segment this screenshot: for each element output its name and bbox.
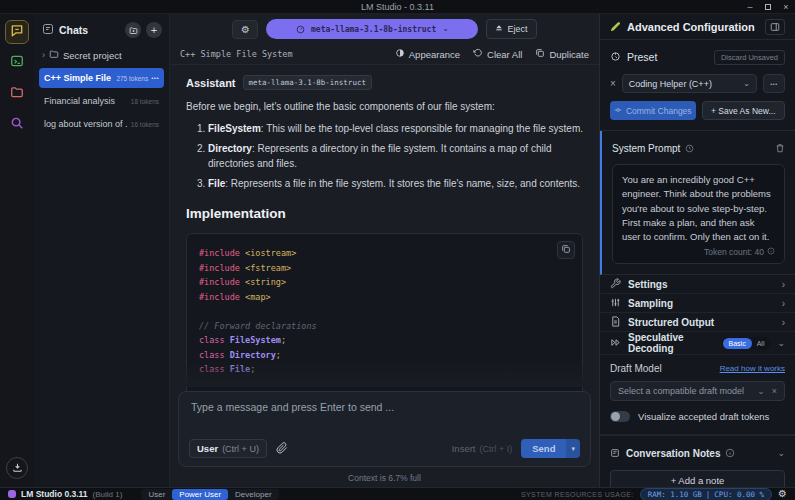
clear-all-label: Clear All xyxy=(487,49,522,60)
clear-preset-button[interactable]: × xyxy=(610,79,616,89)
message-composer[interactable]: User (Ctrl + U) Insert (Ctrl + I) Send ▾ xyxy=(178,391,591,467)
note-icon xyxy=(610,444,620,462)
section-structured-output[interactable]: Structured Output › xyxy=(600,313,795,332)
discard-unsaved-button[interactable]: Discard Unsaved xyxy=(714,50,785,65)
close-icon[interactable]: × xyxy=(781,2,791,12)
chat-bubble-icon xyxy=(10,23,24,41)
copy-code-button[interactable] xyxy=(557,241,575,259)
token-count-label: Token count: 40 xyxy=(704,247,764,257)
commit-changes-label: Commit Changes xyxy=(626,106,692,116)
clear-icon[interactable]: × xyxy=(772,386,777,396)
nav-my-models-button[interactable] xyxy=(5,82,29,106)
preset-menu-button[interactable]: ••• xyxy=(763,74,785,93)
chat-item[interactable]: Financial analysis 18 tokens xyxy=(39,91,164,111)
loaded-model-name: meta-llama-3.1-8b-instruct xyxy=(311,25,436,34)
user-mode-switcher: User Power User Developer xyxy=(141,489,278,500)
resources-usage-badge[interactable]: RAM: 1.10 GB | CPU: 0.00 % xyxy=(640,488,772,500)
section-speculative-decoding[interactable]: Speculative Decoding Basic All ⌄ xyxy=(600,332,795,355)
duplicate-label: Duplicate xyxy=(549,49,589,60)
nav-discover-button[interactable] xyxy=(5,113,29,137)
preset-label: Preset xyxy=(627,51,714,63)
attach-file-button[interactable] xyxy=(276,440,288,458)
settings-gear-icon[interactable]: ⚙ xyxy=(778,489,787,499)
conversation-notes-header[interactable]: Conversation Notes ⌄ xyxy=(610,444,785,462)
section-heading: Implementation xyxy=(186,206,583,221)
insert-button[interactable]: Insert (Ctrl + I) xyxy=(452,443,513,454)
folder-secret-project[interactable]: › Secret project xyxy=(34,45,169,65)
chat-item-selected[interactable]: C++ Simple File System 275 tokens ••• xyxy=(39,68,164,88)
system-prompt-text: You are an incredibly good C++ engineer.… xyxy=(622,173,775,244)
model-settings-button[interactable]: ⚙ xyxy=(232,20,258,39)
toggle-all[interactable]: All xyxy=(752,338,770,349)
model-toolbar: ⚙ meta-llama-3.1-8b-instruct ⌄ Eject xyxy=(170,14,599,44)
loaded-model-selector[interactable]: meta-llama-3.1-8b-instruct ⌄ xyxy=(266,19,478,39)
section-sampling[interactable]: Sampling › xyxy=(600,294,795,313)
advanced-config-panel: Advanced Configuration Preset Discard Un… xyxy=(599,14,795,487)
chat-title-label: C++ Simple File System xyxy=(180,49,395,59)
trash-icon[interactable] xyxy=(775,139,785,157)
send-options-caret[interactable]: ▾ xyxy=(566,439,580,458)
titlebar: LM Studio - 0.3.11 – × xyxy=(0,0,795,14)
appearance-label: Appearance xyxy=(409,49,460,60)
folder-icon xyxy=(10,85,24,103)
chat-title: log about version of ... xyxy=(44,119,128,129)
chat-menu-icon[interactable]: ••• xyxy=(151,75,159,81)
eject-model-button[interactable]: Eject xyxy=(486,19,536,39)
chats-header: Chats + xyxy=(34,14,169,45)
send-label: Send xyxy=(521,439,566,458)
send-button[interactable]: Send ▾ xyxy=(521,439,580,458)
chats-sidebar: Chats + › Secret project C++ Simple File… xyxy=(34,14,170,487)
insert-label: Insert xyxy=(452,443,476,454)
preset-section: Preset Discard Unsaved × Coding Helper (… xyxy=(600,40,795,131)
config-panel-title: Advanced Configuration xyxy=(627,21,765,33)
downloads-button[interactable] xyxy=(6,457,28,479)
duplicate-button[interactable]: Duplicate xyxy=(535,48,589,60)
pencil-icon xyxy=(610,18,621,36)
prompt-history-icon[interactable] xyxy=(685,139,694,157)
message-input[interactable] xyxy=(191,401,578,427)
resources-label: SYSTEM RESOURCES USAGE: xyxy=(521,491,634,498)
appearance-icon xyxy=(395,48,405,60)
system-prompt-editor[interactable]: You are an incredibly good C++ engineer.… xyxy=(612,164,785,264)
mode-developer[interactable]: Developer xyxy=(228,489,278,500)
mode-power-user[interactable]: Power User xyxy=(172,489,228,500)
eject-label: Eject xyxy=(507,24,527,34)
maximize-icon[interactable] xyxy=(765,4,771,10)
context-usage-status: Context is 6.7% full xyxy=(170,473,599,483)
commit-changes-button[interactable]: Commit Changes xyxy=(610,101,696,120)
chevron-down-icon: ⌄ xyxy=(442,25,449,33)
chevron-down-icon: ⌄ xyxy=(777,338,785,348)
toggle-panel-button[interactable] xyxy=(765,19,785,35)
chat-main: ⚙ meta-llama-3.1-8b-instruct ⌄ Eject C++… xyxy=(170,14,599,487)
save-as-new-button[interactable]: + Save As New... xyxy=(702,101,785,120)
folder-plus-icon xyxy=(129,21,138,39)
mode-user[interactable]: User xyxy=(141,489,172,500)
toggle-basic[interactable]: Basic xyxy=(723,338,752,349)
chevron-down-icon: ⌄ xyxy=(757,386,765,396)
duplicate-icon xyxy=(535,48,545,60)
section-label: Sampling xyxy=(628,298,782,309)
appearance-button[interactable]: Appearance xyxy=(395,48,460,60)
minimize-icon[interactable]: – xyxy=(745,2,755,12)
new-folder-button[interactable] xyxy=(125,22,141,38)
basic-all-toggle[interactable]: Basic All xyxy=(722,337,771,350)
read-how-it-works-link[interactable]: Read how it works xyxy=(720,364,785,373)
clear-all-button[interactable]: Clear All xyxy=(473,48,522,60)
system-prompt-section: System Prompt You are an incredibly good… xyxy=(600,131,795,275)
section-settings[interactable]: Settings › xyxy=(600,275,795,294)
section-label: Speculative Decoding xyxy=(628,332,722,354)
role-label: User xyxy=(197,443,218,454)
preset-select[interactable]: Coding Helper (C++) ⌄ xyxy=(622,74,757,93)
chat-item[interactable]: log about version of ... 16 tokens xyxy=(39,114,164,134)
draft-model-select[interactable]: Select a compatible draft model ⌄ × xyxy=(610,381,785,401)
visualize-tokens-toggle[interactable] xyxy=(610,411,630,422)
info-icon xyxy=(725,444,735,462)
eject-icon xyxy=(495,24,503,34)
new-chat-button[interactable]: + xyxy=(146,22,162,38)
role-selector-button[interactable]: User (Ctrl + U) xyxy=(189,439,267,458)
nav-developer-button[interactable] xyxy=(5,51,29,75)
nav-chats-button[interactable] xyxy=(5,20,29,44)
composer-footer: User (Ctrl + U) Insert (Ctrl + I) Send ▾ xyxy=(189,439,580,458)
chat-token-count: 16 tokens xyxy=(131,121,159,128)
search-icon xyxy=(10,116,24,134)
